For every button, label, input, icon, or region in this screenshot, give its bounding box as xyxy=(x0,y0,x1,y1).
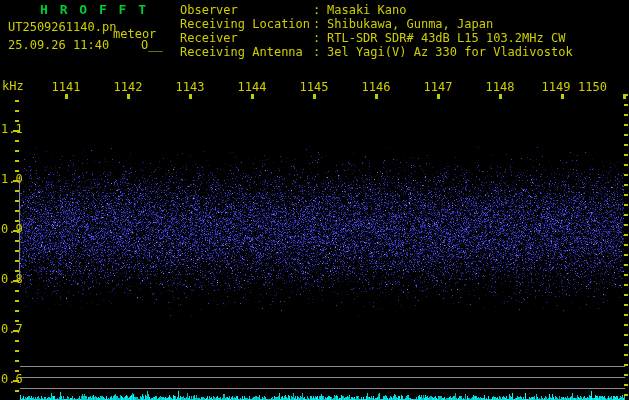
info-row-observer: Observer : Masaki Kano xyxy=(180,3,573,17)
info-value: 3el Yagi(V) Az 330 for Vladivostok xyxy=(327,45,573,59)
spectrogram-canvas xyxy=(0,0,629,400)
y-tick-label: 0.8 xyxy=(1,273,23,286)
info-label: Receiving Location xyxy=(180,17,313,31)
info-colon: : xyxy=(313,45,327,59)
info-row-antenna: Receiving Antenna : 3el Yagi(V) Az 330 f… xyxy=(180,45,573,59)
info-value: Masaki Kano xyxy=(327,3,406,17)
x-tick-label: 1148 xyxy=(484,81,516,94)
x-tick-label: 1147 xyxy=(422,81,454,94)
info-label: Receiver xyxy=(180,31,313,45)
info-label: Receiving Antenna xyxy=(180,45,313,59)
y-axis-unit-label: kHz xyxy=(2,80,24,93)
info-colon: : xyxy=(313,17,327,31)
echo-counter: O__ xyxy=(141,39,163,52)
y-tick-label: 1.0 xyxy=(1,173,23,186)
info-colon: : xyxy=(313,31,327,45)
y-tick-label: 0.6 xyxy=(1,373,23,386)
y-tick-label: 0.7 xyxy=(1,323,23,336)
info-row-receiver: Receiver : RTL-SDR SDR# 43dB L15 103.2MH… xyxy=(180,31,573,45)
x-tick-label: 1150 xyxy=(578,81,612,94)
y-tick-label: 0.9 xyxy=(1,223,23,236)
x-tick-label: 1142 xyxy=(112,81,144,94)
x-tick-label: 1141 xyxy=(50,81,82,94)
x-tick-label: 1146 xyxy=(360,81,392,94)
x-tick-label: 1145 xyxy=(298,81,330,94)
info-value: RTL-SDR SDR# 43dB L15 103.2MHz CW xyxy=(327,31,565,45)
frame-filename: UT2509261140.pn xyxy=(8,21,116,34)
x-tick-label: 1149 xyxy=(540,81,572,94)
y-tick-label: 1.1 xyxy=(1,123,23,136)
app-title: H R O F F T xyxy=(40,3,148,16)
info-row-location: Receiving Location : Shibukawa, Gunma, J… xyxy=(180,17,573,31)
frame-datetime: 25.09.26 11:40 xyxy=(8,39,109,52)
x-tick-label: 1144 xyxy=(236,81,268,94)
hrofft-window: H R O F F T UT2509261140.pn meteor 25.09… xyxy=(0,0,629,400)
x-tick-label: 1143 xyxy=(174,81,206,94)
info-label: Observer xyxy=(180,3,313,17)
info-value: Shibukawa, Gunma, Japan xyxy=(327,17,493,31)
info-colon: : xyxy=(313,3,327,17)
station-info-block: Observer : Masaki Kano Receiving Locatio… xyxy=(180,3,573,59)
